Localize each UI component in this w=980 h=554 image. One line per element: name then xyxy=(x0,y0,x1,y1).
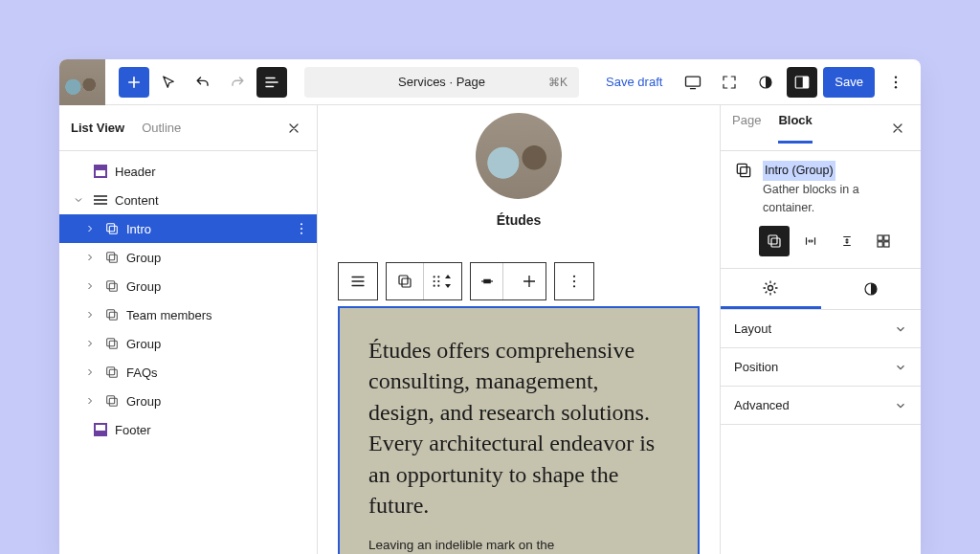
tree-label: FAQs xyxy=(126,366,158,380)
block-toolbar xyxy=(338,262,700,300)
svg-rect-3 xyxy=(803,77,809,88)
tree-item-faqs[interactable]: FAQs xyxy=(59,358,317,387)
tree-label: Group xyxy=(126,337,161,351)
group-icon xyxy=(103,249,121,266)
view-fullscreen-button[interactable] xyxy=(714,67,745,98)
styles-button[interactable] xyxy=(750,67,781,98)
svg-point-29 xyxy=(437,276,439,277)
chevron-right-icon[interactable] xyxy=(82,221,98,236)
tree-item-intro[interactable]: Intro xyxy=(59,214,317,243)
save-draft-button[interactable]: Save draft xyxy=(596,75,672,89)
block-info: Intro (Group) Gather blocks in a contain… xyxy=(721,151,921,226)
overview-header: List View Outline xyxy=(59,105,317,151)
close-overview-button[interactable] xyxy=(282,117,305,140)
chevron-right-icon[interactable] xyxy=(82,307,98,322)
svg-point-5 xyxy=(895,80,897,82)
svg-rect-16 xyxy=(107,310,115,318)
svg-point-34 xyxy=(573,280,575,282)
section-position[interactable]: Position xyxy=(721,348,921,387)
tb-more-button[interactable] xyxy=(554,262,594,300)
tab-block[interactable]: Block xyxy=(778,113,812,144)
redo-button[interactable] xyxy=(222,67,253,98)
subtab-styles[interactable] xyxy=(821,269,922,309)
chevron-right-icon[interactable] xyxy=(82,393,98,409)
settings-panel: Page Block Intro (Group) Gather blocks i… xyxy=(720,105,921,554)
view-desktop-button[interactable] xyxy=(678,67,708,98)
variation-grid-button[interactable] xyxy=(868,226,899,256)
group-icon xyxy=(103,335,121,352)
intro-heading[interactable]: Études offers comprehensive consulting, … xyxy=(368,335,669,521)
main-layout: List View Outline Header xyxy=(59,105,921,554)
tree-item-group[interactable]: Group xyxy=(59,387,317,415)
svg-rect-42 xyxy=(878,242,882,247)
chevron-right-icon[interactable] xyxy=(82,278,98,294)
site-title[interactable]: Études xyxy=(497,212,542,228)
intro-subheading[interactable]: Leaving an indelible mark on the landsca… xyxy=(368,536,598,554)
tree-item-more-icon[interactable] xyxy=(294,221,309,236)
tree-item-group[interactable]: Group xyxy=(59,272,317,300)
tree-item-content[interactable]: Content xyxy=(59,186,317,214)
editor-canvas[interactable]: Études xyxy=(318,105,720,554)
chevron-right-icon[interactable] xyxy=(82,336,98,351)
variation-group-button[interactable] xyxy=(759,226,790,256)
tree-item-group[interactable]: Group xyxy=(59,329,317,358)
tree-label: Header xyxy=(115,165,156,179)
svg-rect-37 xyxy=(741,167,750,177)
tree-item-footer[interactable]: Footer xyxy=(59,415,317,444)
tb-parent-button[interactable] xyxy=(338,262,378,300)
chevron-down-icon[interactable] xyxy=(71,192,86,208)
tab-page[interactable]: Page xyxy=(732,113,761,144)
document-overview-button[interactable] xyxy=(256,67,287,98)
group-icon xyxy=(103,392,121,410)
svg-rect-25 xyxy=(402,278,411,287)
tb-drag-handle[interactable] xyxy=(424,263,461,299)
svg-point-35 xyxy=(573,285,575,287)
section-label: Advanced xyxy=(734,398,790,412)
inspector-subtabs xyxy=(721,268,921,310)
site-logo-image[interactable] xyxy=(476,113,562,199)
document-overview-panel: List View Outline Header xyxy=(59,105,318,554)
section-layout[interactable]: Layout xyxy=(721,310,921,348)
tb-justify-button[interactable] xyxy=(471,263,503,299)
close-settings-button[interactable] xyxy=(886,117,909,140)
overview-tabs: List View Outline xyxy=(71,119,181,137)
tb-align-button[interactable] xyxy=(513,263,546,299)
group-icon xyxy=(103,277,121,295)
page-title-bar[interactable]: Services · Page ⌘K xyxy=(304,67,579,98)
tb-block-group xyxy=(386,262,462,300)
tb-block-type-button[interactable] xyxy=(387,263,424,299)
spacer-icon xyxy=(71,422,86,437)
variation-row-button[interactable] xyxy=(795,226,826,256)
section-advanced[interactable]: Advanced xyxy=(721,387,921,425)
undo-button[interactable] xyxy=(188,67,218,98)
save-button[interactable]: Save xyxy=(823,67,875,98)
svg-point-9 xyxy=(301,223,302,225)
svg-rect-39 xyxy=(771,238,780,247)
add-block-button[interactable] xyxy=(119,67,149,98)
styles-icon xyxy=(862,280,880,298)
subtab-settings[interactable] xyxy=(721,269,821,309)
chevron-right-icon[interactable] xyxy=(82,365,98,380)
top-toolbar: Services · Page ⌘K Save draft Save xyxy=(59,59,921,105)
svg-point-44 xyxy=(768,285,773,290)
tree-item-group[interactable]: Group xyxy=(59,243,317,272)
breadcrumb-label: Services · Page xyxy=(398,75,485,89)
svg-point-6 xyxy=(895,86,897,88)
tab-list-view[interactable]: List View xyxy=(71,119,124,137)
tree-item-header[interactable]: Header xyxy=(59,157,317,186)
site-thumbnail[interactable] xyxy=(59,59,105,105)
section-label: Layout xyxy=(734,321,771,336)
tree-item-team-members[interactable]: Team members xyxy=(59,300,317,329)
more-options-button[interactable] xyxy=(880,67,911,98)
tab-outline[interactable]: Outline xyxy=(142,119,181,137)
chevron-right-icon[interactable] xyxy=(82,250,98,265)
tree-label: Intro xyxy=(126,222,151,236)
selected-group-block[interactable]: Études offers comprehensive consulting, … xyxy=(338,306,700,554)
svg-point-30 xyxy=(437,280,439,282)
svg-rect-8 xyxy=(109,226,117,233)
select-tool-button[interactable] xyxy=(153,67,184,98)
svg-point-26 xyxy=(434,276,435,277)
settings-sidebar-button[interactable] xyxy=(787,67,817,98)
variation-stack-button[interactable] xyxy=(832,226,862,256)
svg-rect-20 xyxy=(107,367,115,375)
